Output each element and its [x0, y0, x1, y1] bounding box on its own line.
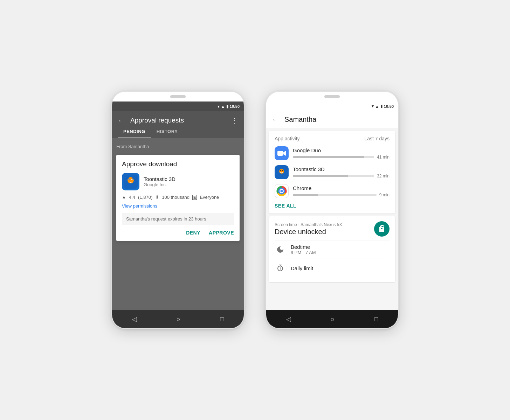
- phone-2-top-bar: [266, 92, 398, 102]
- app-activity-card: App activity Last 7 days: [269, 131, 395, 214]
- card-title: Approve download: [122, 160, 234, 168]
- duo-name: Google Duo: [293, 147, 390, 153]
- signal-icon: ▲: [221, 104, 225, 108]
- activity-item-duo: Google Duo 41 min: [275, 146, 390, 160]
- bedtime-sub: 9 PM - 7 AM: [291, 250, 316, 255]
- app-icon-chrome: [275, 184, 289, 198]
- back-button-1[interactable]: ←: [118, 117, 125, 125]
- section-title-activity: App activity: [275, 136, 300, 141]
- view-permissions-link[interactable]: View permissions: [122, 203, 234, 209]
- header-title-1: Approval requests: [130, 117, 226, 124]
- phone-1: ▾ ▲ ▮ 10:50 ← Approval requests ⋮ PENDIN…: [111, 91, 244, 329]
- svg-rect-15: [279, 169, 280, 170]
- activity-item-toontastic: Toontastic 3D 32 min: [275, 165, 390, 179]
- svg-rect-7: [132, 178, 134, 180]
- tab-history[interactable]: HISTORY: [151, 125, 184, 138]
- daily-limit-title: Daily limit: [291, 265, 313, 271]
- moon-svg: [276, 245, 284, 254]
- timer-svg: [276, 264, 284, 272]
- battery-icon-2: ▮: [380, 104, 382, 108]
- section-period: Last 7 days: [364, 136, 390, 141]
- status-bar-1: ▾ ▲ ▮ 10:50: [112, 102, 244, 111]
- time-display-2: 10:50: [384, 104, 394, 108]
- duo-time: 41 min: [377, 155, 390, 160]
- wifi-icon-2: ▾: [372, 104, 374, 108]
- phone-2-speaker: [324, 95, 340, 98]
- nav-home-1[interactable]: ○: [177, 316, 180, 323]
- lock-open-svg: [378, 225, 386, 233]
- expiry-box: Samantha's request expires in 23 hours: [122, 213, 234, 225]
- chrome-bar-container: 9 min: [293, 192, 390, 197]
- svg-rect-16: [283, 169, 284, 170]
- activity-item-chrome: Chrome 9 min: [275, 184, 390, 198]
- duo-bar-container: 41 min: [293, 155, 390, 160]
- nav-home-2[interactable]: ○: [331, 316, 335, 323]
- deny-button[interactable]: DENY: [186, 230, 200, 236]
- app-text-info: Toontastic 3D Google Inc.: [144, 176, 175, 187]
- tab-pending[interactable]: PENDING: [118, 125, 151, 138]
- signal-icon-2: ▲: [375, 104, 379, 108]
- wifi-icon: ▾: [218, 104, 220, 109]
- app-name: Toontastic 3D: [144, 176, 175, 182]
- status-icons-1: ▾ ▲ ▮ 10:50: [218, 104, 240, 109]
- bedtime-info: Bedtime 9 PM - 7 AM: [291, 244, 316, 255]
- downloads: 100 thousand: [162, 195, 189, 200]
- tabs-bar-1: PENDING HISTORY: [112, 125, 244, 138]
- status-icons-2: ▾ ▲ ▮ 10:50: [372, 104, 394, 108]
- review-count: (1,870): [138, 195, 152, 200]
- chrome-bar-bg: [293, 194, 377, 196]
- daily-limit-item[interactable]: Daily limit: [275, 259, 390, 277]
- toontastic-bar-container: 32 min: [293, 174, 390, 178]
- phone-2-nav: ◁ ○ □: [266, 310, 398, 328]
- card-actions: DENY APPROVE: [122, 230, 234, 236]
- device-card: Screen time · Samantha's Nexus 5X Device…: [269, 216, 395, 282]
- app-icon-duo: [275, 146, 289, 160]
- svg-point-20: [281, 190, 283, 192]
- toontastic-svg: [124, 175, 138, 189]
- toontastic-time: 32 min: [377, 174, 390, 178]
- phone-2-screen: ▾ ▲ ▮ 10:50 ← Samantha App activity Last…: [266, 102, 398, 328]
- nav-back-2[interactable]: ◁: [286, 315, 291, 323]
- phone-1-content: From Samantha Approve download: [112, 138, 244, 310]
- rating: 4.4: [129, 195, 135, 200]
- activity-card-header: App activity Last 7 days: [275, 136, 390, 141]
- approve-button[interactable]: APPROVE: [209, 230, 234, 236]
- device-status: Device unlocked: [275, 228, 374, 236]
- star-icon: ★: [122, 195, 126, 200]
- phone-1-speaker: [170, 95, 186, 98]
- battery-icon: ▮: [226, 104, 228, 109]
- bedtime-title: Bedtime: [291, 244, 316, 250]
- app-info-row: Toontastic 3D Google Inc.: [122, 173, 234, 190]
- see-all-button[interactable]: SEE ALL: [275, 203, 390, 209]
- duo-info: Google Duo 41 min: [293, 147, 390, 160]
- esrb-icon: E: [192, 195, 197, 200]
- nav-recents-1[interactable]: □: [220, 316, 224, 323]
- phone-1-screen: ▾ ▲ ▮ 10:50 ← Approval requests ⋮ PENDIN…: [112, 102, 244, 328]
- app-meta: ★ 4.4 (1,870) ⬇ 100 thousand E Everyone: [122, 195, 234, 200]
- phone-2-content: App activity Last 7 days: [266, 128, 398, 310]
- nav-back-1[interactable]: ◁: [132, 315, 137, 323]
- chrome-time: 9 min: [379, 192, 390, 197]
- duo-bar-bg: [293, 156, 374, 158]
- unlock-icon[interactable]: [374, 221, 390, 237]
- nav-recents-2[interactable]: □: [374, 316, 378, 323]
- toontastic-2-svg: [276, 167, 287, 178]
- bedtime-item[interactable]: Bedtime 9 PM - 7 AM: [275, 240, 390, 259]
- timer-icon: [275, 262, 286, 274]
- chrome-svg: [276, 186, 287, 197]
- back-button-2[interactable]: ←: [272, 115, 279, 124]
- daily-limit-info: Daily limit: [291, 265, 313, 271]
- more-icon-1[interactable]: ⋮: [231, 116, 238, 125]
- app-icon-toontastic: [122, 173, 139, 190]
- moon-icon: [275, 244, 286, 255]
- app-developer: Google Inc.: [144, 182, 175, 187]
- device-card-header: Screen time · Samantha's Nexus 5X Device…: [275, 221, 390, 237]
- app-icon-toontastic-2: [275, 165, 289, 179]
- phone-1-header: ← Approval requests ⋮: [112, 111, 244, 125]
- phone-2-header: ← Samantha: [266, 111, 398, 128]
- phones-container: ▾ ▲ ▮ 10:50 ← Approval requests ⋮ PENDIN…: [111, 91, 399, 329]
- svg-point-14: [282, 170, 283, 171]
- from-label: From Samantha: [116, 142, 240, 152]
- phone-2: ▾ ▲ ▮ 10:50 ← Samantha App activity Last…: [266, 91, 399, 329]
- phone-1-nav: ◁ ○ □: [112, 310, 244, 328]
